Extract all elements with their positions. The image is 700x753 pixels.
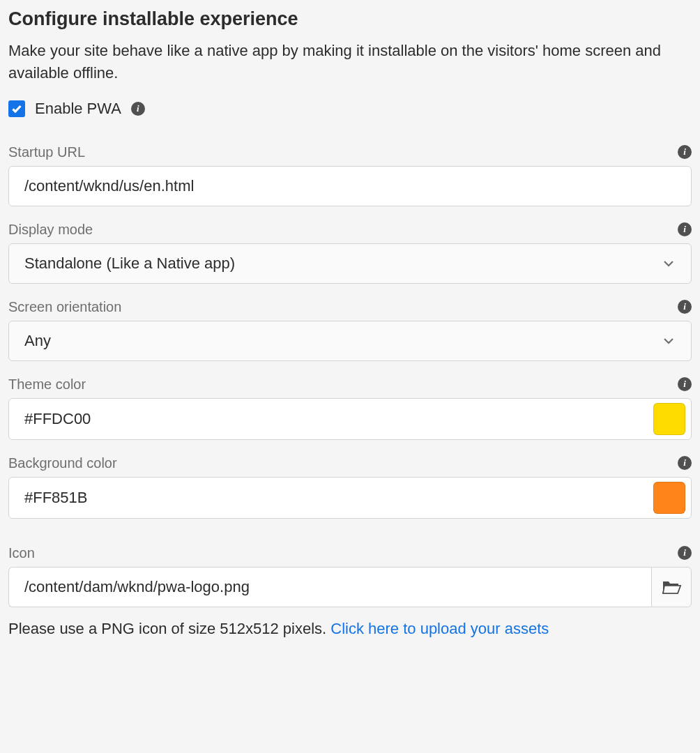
background-color-swatch[interactable] bbox=[653, 482, 685, 514]
theme-color-swatch[interactable] bbox=[653, 403, 685, 435]
info-icon[interactable]: i bbox=[678, 300, 692, 314]
upload-assets-link[interactable]: Click here to upload your assets bbox=[330, 620, 549, 637]
icon-helper-text: Please use a PNG icon of size 512x512 pi… bbox=[8, 620, 692, 638]
enable-pwa-row: Enable PWA i bbox=[8, 100, 692, 118]
display-mode-value: Standalone (Like a Native app) bbox=[24, 254, 235, 273]
icon-label: Icon bbox=[8, 545, 35, 561]
info-icon[interactable]: i bbox=[131, 102, 145, 116]
info-icon[interactable]: i bbox=[678, 546, 692, 560]
enable-pwa-label: Enable PWA bbox=[35, 100, 121, 118]
info-icon[interactable]: i bbox=[678, 456, 692, 470]
info-icon[interactable]: i bbox=[678, 145, 692, 159]
display-mode-select[interactable]: Standalone (Like a Native app) bbox=[8, 243, 692, 284]
screen-orientation-value: Any bbox=[24, 332, 51, 350]
field-background-color: Background color i bbox=[8, 455, 692, 519]
background-color-input[interactable] bbox=[24, 489, 653, 507]
enable-pwa-checkbox[interactable] bbox=[8, 100, 25, 117]
info-icon[interactable]: i bbox=[678, 222, 692, 236]
field-startup-url: Startup URL i bbox=[8, 144, 692, 206]
icon-input[interactable] bbox=[8, 567, 651, 607]
check-icon bbox=[11, 103, 22, 114]
theme-color-label: Theme color bbox=[8, 376, 86, 393]
screen-orientation-label: Screen orientation bbox=[8, 299, 121, 315]
asset-browse-button[interactable] bbox=[651, 567, 692, 607]
icon-helper-prefix: Please use a PNG icon of size 512x512 pi… bbox=[8, 620, 330, 637]
field-theme-color: Theme color i bbox=[8, 376, 692, 440]
display-mode-label: Display mode bbox=[8, 222, 93, 238]
theme-color-input[interactable] bbox=[24, 410, 653, 428]
page-description: Make your site behave like a native app … bbox=[8, 40, 692, 84]
field-display-mode: Display mode i Standalone (Like a Native… bbox=[8, 222, 692, 284]
chevron-down-icon bbox=[662, 257, 676, 271]
info-icon[interactable]: i bbox=[678, 377, 692, 391]
page-heading: Configure installable experience bbox=[8, 8, 692, 30]
startup-url-input[interactable] bbox=[8, 166, 692, 206]
chevron-down-icon bbox=[662, 334, 676, 348]
background-color-label: Background color bbox=[8, 455, 117, 471]
startup-url-label: Startup URL bbox=[8, 144, 85, 160]
folder-open-icon bbox=[662, 579, 681, 595]
field-icon: Icon i bbox=[8, 545, 692, 607]
screen-orientation-select[interactable]: Any bbox=[8, 321, 692, 361]
field-screen-orientation: Screen orientation i Any bbox=[8, 299, 692, 361]
